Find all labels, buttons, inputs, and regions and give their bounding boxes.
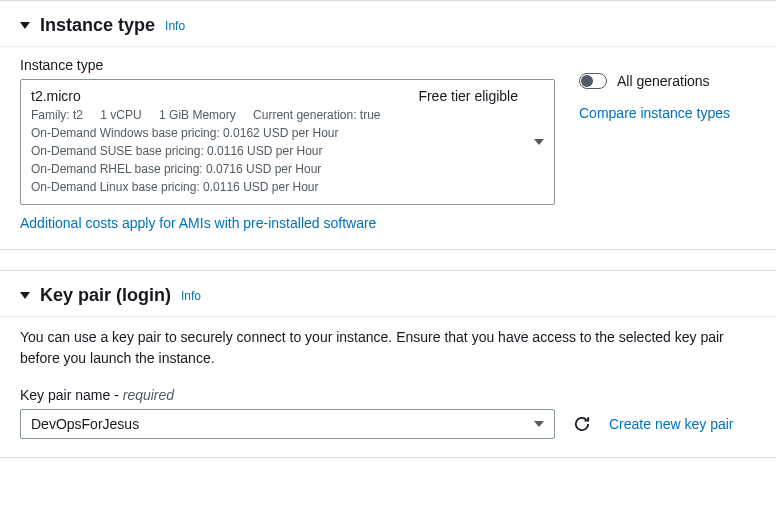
pricing-suse: On-Demand SUSE base pricing: 0.0116 USD … xyxy=(31,142,518,160)
instance-type-title: Instance type xyxy=(40,15,155,36)
additional-costs-link[interactable]: Additional costs apply for AMIs with pre… xyxy=(20,215,376,231)
keypair-field-label: Key pair name - required xyxy=(20,387,756,403)
caret-down-icon xyxy=(20,292,30,299)
keypair-section: Key pair (login) Info You can use a key … xyxy=(0,270,776,458)
instance-meta: Family: t2 1 vCPU 1 GiB Memory Current g… xyxy=(31,106,518,124)
keypair-header[interactable]: Key pair (login) Info xyxy=(0,271,776,316)
pricing-linux: On-Demand Linux base pricing: 0.0116 USD… xyxy=(31,178,518,196)
instance-name: t2.micro xyxy=(31,88,81,104)
keypair-title: Key pair (login) xyxy=(40,285,171,306)
pricing-windows: On-Demand Windows base pricing: 0.0162 U… xyxy=(31,124,518,142)
instance-type-field-label: Instance type xyxy=(20,57,555,73)
instance-type-header[interactable]: Instance type Info xyxy=(0,1,776,46)
create-new-keypair-link[interactable]: Create new key pair xyxy=(609,416,734,432)
caret-down-icon xyxy=(20,22,30,29)
keypair-selected-value: DevOpsForJesus xyxy=(31,416,139,432)
instance-type-info-link[interactable]: Info xyxy=(165,19,185,33)
instance-type-body: Instance type t2.micro Free tier eligibl… xyxy=(0,46,776,249)
compare-instance-types-link[interactable]: Compare instance types xyxy=(579,105,730,121)
keypair-description: You can use a key pair to securely conne… xyxy=(20,327,756,369)
refresh-icon xyxy=(573,415,591,433)
keypair-info-link[interactable]: Info xyxy=(181,289,201,303)
all-generations-toggle[interactable] xyxy=(579,73,607,89)
free-tier-badge: Free tier eligible xyxy=(418,88,518,104)
pricing-rhel: On-Demand RHEL base pricing: 0.0716 USD … xyxy=(31,160,518,178)
chevron-down-icon xyxy=(534,139,544,145)
instance-type-select[interactable]: t2.micro Free tier eligible Family: t2 1… xyxy=(20,79,555,205)
keypair-name-select[interactable]: DevOpsForJesus xyxy=(20,409,555,439)
all-generations-label: All generations xyxy=(617,73,710,89)
refresh-button[interactable] xyxy=(573,415,591,433)
chevron-down-icon xyxy=(534,421,544,427)
instance-type-section: Instance type Info Instance type t2.micr… xyxy=(0,0,776,250)
keypair-body: You can use a key pair to securely conne… xyxy=(0,316,776,457)
